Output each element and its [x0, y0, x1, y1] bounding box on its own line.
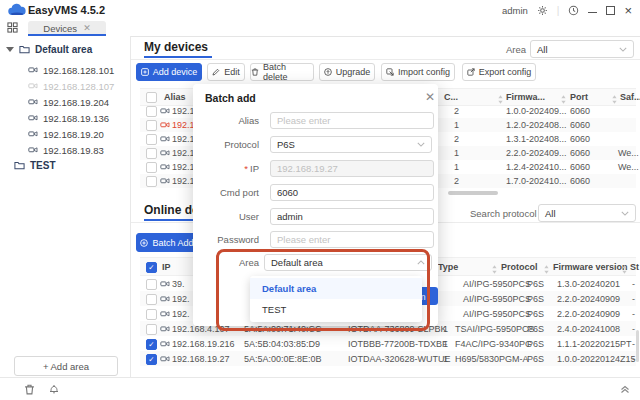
modal-close-icon[interactable]: ✕ [425, 90, 435, 104]
select-all-checkbox[interactable] [146, 262, 157, 273]
tab-devices[interactable]: Devices ✕ [28, 21, 106, 35]
tree-device-item[interactable]: 192.168.19.136 [28, 110, 109, 126]
col-protocol[interactable]: Protocol [501, 262, 538, 272]
row-checkbox[interactable] [146, 324, 157, 335]
my-devices-active-indicator [144, 56, 212, 58]
window-close-button[interactable]: × [624, 4, 632, 17]
table-row[interactable]: 192.168.19.27 5A:5A:00:0E:8E:0B IOTDAA-3… [140, 351, 636, 366]
cell-type: AI/IPG-5950PCS [463, 309, 531, 319]
col-type[interactable]: Type [438, 262, 458, 272]
cell-type: AI/IPG-5950PCS [463, 279, 531, 289]
cell-type: TSAI/IPG-5950PCS [455, 324, 535, 334]
trash-icon [251, 68, 259, 76]
cell-firmware: 1.0.0-202409... [506, 106, 567, 116]
table-row[interactable]: 192.168.19.216 5A:5B:04:03:85:D9 IOTBBB-… [140, 336, 636, 351]
col-port[interactable]: Port [570, 92, 588, 102]
col-ip[interactable]: IP [162, 262, 171, 272]
password-input[interactable] [270, 231, 434, 248]
row-checkbox[interactable] [146, 134, 157, 145]
col-safe[interactable]: Saf... [620, 92, 640, 102]
cmd-port-input[interactable] [270, 184, 434, 201]
chevron-down-icon [621, 211, 629, 216]
vertical-scrollbar[interactable] [636, 330, 639, 362]
cell-type: F4AC/IPG-9340PG [455, 339, 532, 349]
area-filter-select[interactable]: All [530, 40, 634, 58]
sort-icon[interactable] [612, 95, 617, 104]
row-checkbox-checked[interactable] [146, 354, 157, 365]
about-clock-icon[interactable] [568, 5, 579, 16]
col-firmware-version[interactable]: Firmware version [553, 262, 628, 272]
sort-icon[interactable] [498, 95, 503, 104]
export-config-button[interactable]: Export config [462, 63, 536, 81]
cell-firmware: 1.1.1-20220215PT [557, 339, 632, 349]
sort-icon[interactable] [492, 265, 497, 274]
device-ip-label: 192.168.19.136 [43, 113, 109, 124]
tree-device-item[interactable]: 192.168.19.204 [28, 94, 109, 110]
settings-gear-icon[interactable] [537, 5, 548, 16]
add-device-button[interactable]: Add device [136, 63, 202, 81]
cell-model: IOTDAA-320628-WUTUE [348, 354, 451, 364]
tree-expand-caret-icon[interactable] [6, 47, 14, 52]
cell-status: - [632, 309, 635, 319]
col-channels[interactable]: C... [444, 92, 458, 102]
search-protocol-select[interactable]: All [538, 204, 636, 222]
col-firmware[interactable]: Firmwa... [506, 92, 545, 102]
cell-firmware: 1.2.4-202410... [506, 162, 567, 172]
row-checkbox[interactable] [146, 106, 157, 117]
sort-icon[interactable] [544, 265, 549, 274]
tree-node-test-area[interactable]: TEST [14, 160, 56, 171]
batch-delete-button[interactable]: Batch delete [250, 63, 314, 81]
row-checkbox[interactable] [146, 294, 157, 305]
row-checkbox[interactable] [146, 162, 157, 173]
batch-delete-label: Batch delete [263, 62, 313, 82]
col-alias[interactable]: Alias [164, 92, 186, 102]
sort-icon[interactable] [622, 265, 627, 274]
batch-add-button[interactable]: Batch Add [136, 233, 198, 252]
tree-device-item[interactable]: 192.168.19.20 [28, 126, 104, 142]
cell-ip: 192.168.19.216 [172, 339, 235, 349]
tree-device-item-offline[interactable]: 192.168.128.107 [28, 78, 114, 94]
row-checkbox[interactable] [146, 120, 157, 131]
window-maximize-button[interactable] [606, 6, 615, 15]
alias-input[interactable] [270, 112, 434, 129]
cell-protocol: P6S [527, 309, 544, 319]
add-device-icon [141, 68, 149, 76]
row-checkbox[interactable] [146, 148, 157, 159]
import-config-button[interactable]: Import config [381, 63, 455, 81]
collapse-panel-icon[interactable] [620, 384, 630, 394]
cell-status: - [632, 294, 635, 304]
row-checkbox[interactable] [146, 176, 157, 187]
cell-type: AI/IPG-5950PCS [463, 294, 531, 304]
upgrade-button[interactable]: Upgrade [319, 63, 375, 81]
home-grid-icon[interactable] [7, 22, 18, 33]
upgrade-label: Upgrade [336, 67, 371, 77]
cell-safe: We... [618, 148, 639, 158]
user-input[interactable] [270, 208, 434, 225]
tree-device-item[interactable]: 192.168.19.83 [28, 142, 104, 158]
select-all-checkbox[interactable] [146, 92, 157, 103]
add-area-button[interactable]: + Add area [14, 356, 118, 376]
cell-channels: 1 [443, 339, 448, 349]
horizontal-scrollbar[interactable] [448, 191, 498, 195]
col-status[interactable]: St [630, 262, 639, 272]
cmd-port-label: Cmd port [205, 184, 259, 201]
tree-device-item[interactable]: 192.168.128.101 [28, 62, 114, 78]
import-config-label: Import config [398, 67, 450, 77]
cell-port: 6060 [570, 176, 590, 186]
edit-button[interactable]: Edit [207, 63, 245, 81]
row-checkbox-checked[interactable] [146, 339, 157, 350]
cell-firmware: 1.3.1-202408... [506, 134, 567, 144]
sort-icon[interactable] [561, 95, 566, 104]
tab-close-icon[interactable]: ✕ [83, 23, 91, 33]
window-minimize-button[interactable] [588, 12, 597, 14]
import-icon [386, 68, 394, 76]
row-checkbox[interactable] [146, 309, 157, 320]
export-config-label: Export config [479, 67, 532, 77]
row-checkbox[interactable] [146, 279, 157, 290]
bell-notification-icon[interactable] [48, 383, 60, 395]
trash-icon[interactable] [24, 384, 35, 395]
search-protocol-label: Search protocol [470, 208, 537, 219]
camera-device-icon [28, 145, 38, 155]
protocol-select[interactable]: P6S [270, 136, 432, 153]
tree-node-default-area[interactable]: Default area [6, 44, 92, 55]
